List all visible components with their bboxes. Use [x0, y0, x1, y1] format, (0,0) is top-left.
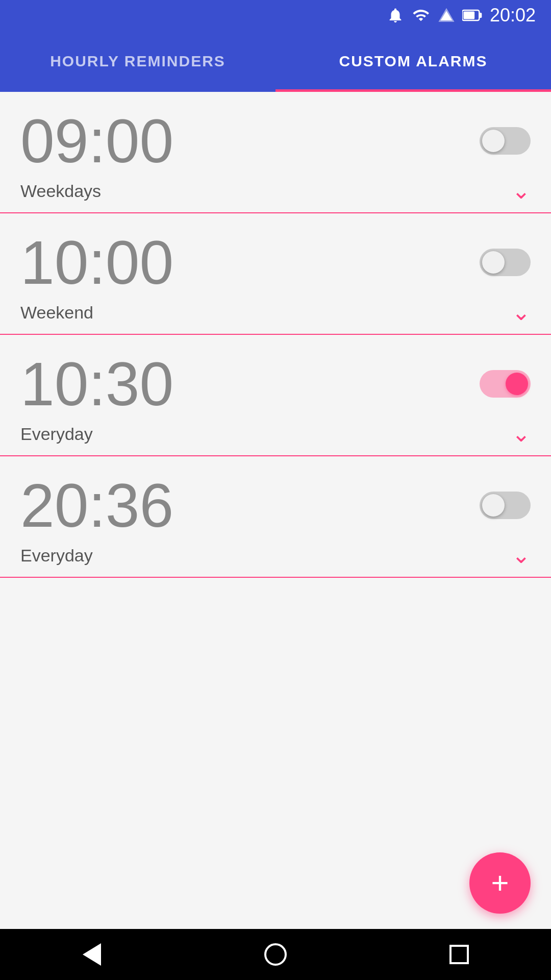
alarm-item-3: 20:36 Everyday ⌄: [0, 456, 551, 577]
toggle-knob-3: [482, 494, 505, 517]
alarm-time-1[interactable]: 10:00: [20, 229, 173, 296]
battery-icon: [462, 8, 483, 23]
chevron-down-icon-1[interactable]: ⌄: [512, 301, 531, 324]
alarm-subrow-2: Everyday ⌄: [20, 418, 531, 455]
add-alarm-button[interactable]: +: [469, 852, 531, 914]
home-icon: [264, 943, 287, 966]
tab-custom-alarms[interactable]: CUSTOM ALARMS: [276, 31, 551, 92]
alarms-list: 09:00 Weekdays ⌄ 10:00 Weekend ⌄ 10:30: [0, 92, 551, 929]
alarm-time-2[interactable]: 10:30: [20, 350, 173, 418]
status-time: 20:02: [490, 5, 536, 26]
alarm-time-3[interactable]: 20:36: [20, 472, 173, 539]
alarm-toggle-3[interactable]: [480, 492, 531, 519]
alarm-row-0: 09:00: [20, 107, 531, 175]
alarm-icon: [387, 7, 404, 24]
alarm-toggle-0[interactable]: [480, 127, 531, 155]
toggle-knob-2: [506, 373, 528, 395]
alarm-days-3: Everyday: [20, 546, 93, 566]
wifi-icon: [411, 7, 431, 24]
alarm-row-1: 10:00: [20, 229, 531, 296]
nav-recents-button[interactable]: [439, 939, 480, 970]
alarm-toggle-1[interactable]: [480, 249, 531, 276]
alarm-days-2: Everyday: [20, 424, 93, 444]
chevron-down-icon-0[interactable]: ⌄: [512, 180, 531, 202]
signal-icon: [438, 7, 455, 24]
alarm-row-2: 10:30: [20, 350, 531, 418]
tab-bar: HOURLY REMINDERS CUSTOM ALARMS: [0, 31, 551, 92]
fab-container: +: [469, 852, 531, 914]
toggle-knob-1: [482, 251, 505, 274]
back-icon: [83, 943, 101, 966]
chevron-down-icon-3[interactable]: ⌄: [512, 544, 531, 567]
bottom-nav: [0, 929, 551, 980]
alarm-time-0[interactable]: 09:00: [20, 107, 173, 175]
alarm-subrow-0: Weekdays ⌄: [20, 175, 531, 212]
alarm-subrow-3: Everyday ⌄: [20, 539, 531, 577]
nav-back-button[interactable]: [71, 939, 112, 970]
alarm-item-0: 09:00 Weekdays ⌄: [0, 92, 551, 212]
alarm-item-2: 10:30 Everyday ⌄: [0, 335, 551, 455]
alarm-subrow-1: Weekend ⌄: [20, 296, 531, 334]
alarm-toggle-2[interactable]: [480, 370, 531, 398]
recents-icon: [449, 945, 469, 964]
status-icons: 20:02: [387, 5, 536, 26]
tab-hourly-reminders[interactable]: HOURLY REMINDERS: [0, 31, 276, 92]
toggle-knob-0: [482, 130, 505, 152]
alarm-row-3: 20:36: [20, 472, 531, 539]
status-bar: 20:02: [0, 0, 551, 31]
svg-rect-2: [463, 12, 474, 19]
alarm-item-1: 10:00 Weekend ⌄: [0, 213, 551, 334]
alarm-days-1: Weekend: [20, 303, 93, 323]
svg-rect-1: [479, 13, 482, 18]
chevron-down-icon-2[interactable]: ⌄: [512, 423, 531, 445]
divider-3: [0, 577, 551, 578]
plus-icon: +: [491, 868, 509, 898]
nav-home-button[interactable]: [255, 939, 296, 970]
alarm-days-0: Weekdays: [20, 181, 101, 201]
